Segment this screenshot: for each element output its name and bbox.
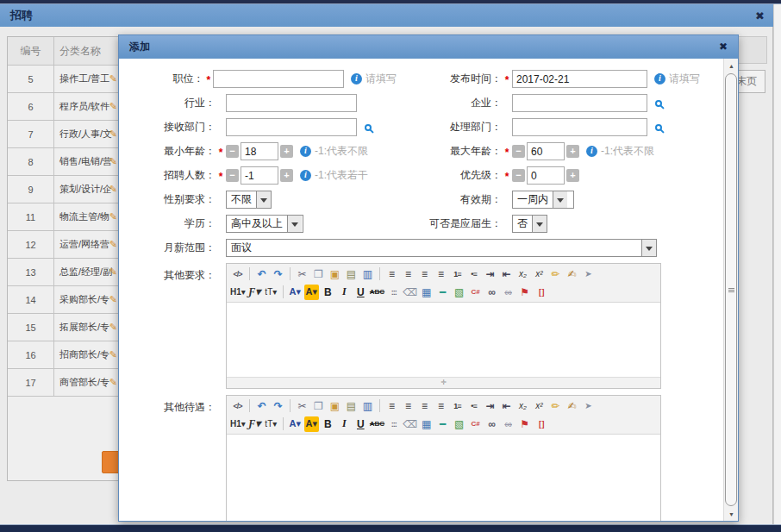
align-justify-button[interactable]: ≡ bbox=[434, 266, 448, 282]
paste-word-button[interactable]: ▥ bbox=[360, 398, 375, 414]
table-row[interactable]: 6程序员/软件✎ bbox=[8, 93, 118, 121]
plus-button[interactable]: + bbox=[566, 169, 579, 182]
line-height-button[interactable]: ::: bbox=[386, 416, 401, 432]
unordered-list-button[interactable]: •≡ bbox=[466, 266, 481, 282]
table-button[interactable]: ▦ bbox=[419, 416, 434, 432]
quick-format-button[interactable]: ✍ bbox=[565, 398, 579, 414]
unlink-button[interactable]: ∞ bbox=[501, 416, 515, 432]
horizontal-rule-button[interactable]: ━ bbox=[435, 416, 450, 432]
align-center-button[interactable]: ≡ bbox=[401, 398, 415, 414]
unlink-button[interactable]: ∞ bbox=[501, 285, 515, 300]
link-button[interactable]: ∞ bbox=[484, 285, 499, 300]
fullscreen-button[interactable]: [ ] bbox=[534, 416, 548, 432]
plus-button[interactable]: + bbox=[280, 145, 293, 158]
copy-button[interactable]: ❐ bbox=[311, 398, 326, 414]
superscript-button[interactable]: x² bbox=[532, 398, 547, 414]
table-row[interactable]: 17商管部长/专✎ bbox=[8, 369, 118, 397]
validity-select[interactable]: 一周内 bbox=[512, 191, 574, 209]
unordered-list-button[interactable]: •≡ bbox=[466, 398, 481, 414]
quick-format-button[interactable]: ✍ bbox=[565, 266, 579, 282]
other-benefits-textarea[interactable] bbox=[227, 435, 660, 521]
source-button[interactable]: </> bbox=[230, 398, 245, 414]
heading-button[interactable]: H1▾ bbox=[230, 416, 246, 432]
other-requirements-textarea[interactable] bbox=[227, 303, 660, 377]
edit-icon[interactable]: ✎ bbox=[109, 128, 117, 140]
font-family-button[interactable]: Ƒ▾ bbox=[247, 285, 262, 300]
minus-button[interactable]: − bbox=[512, 145, 525, 158]
eraser-button[interactable]: ⌫ bbox=[403, 285, 417, 300]
align-right-button[interactable]: ≡ bbox=[417, 266, 432, 282]
select-all-button[interactable]: ➤ bbox=[581, 398, 596, 414]
clear-format-button[interactable]: ✏ bbox=[548, 398, 563, 414]
clear-format-button[interactable]: ✏ bbox=[548, 266, 563, 282]
table-row[interactable]: 11物流主管/物✎ bbox=[8, 203, 118, 231]
paste-text-button[interactable]: ▤ bbox=[344, 398, 359, 414]
minus-button[interactable]: − bbox=[226, 169, 239, 182]
table-row[interactable]: 12运营/网络营✎ bbox=[8, 231, 118, 259]
outdent-button[interactable]: ⇤ bbox=[499, 398, 514, 414]
strikethrough-button[interactable]: ABC bbox=[370, 416, 384, 432]
strikethrough-button[interactable]: ABC bbox=[370, 285, 384, 300]
search-icon[interactable] bbox=[655, 124, 662, 131]
link-button[interactable]: ∞ bbox=[484, 416, 499, 432]
editor-resize-handle[interactable]: ✛ bbox=[227, 377, 660, 388]
table-row[interactable]: 9策划/设计/企✎ bbox=[8, 176, 118, 203]
chevron-down-icon[interactable] bbox=[287, 216, 302, 232]
receive-dept-input[interactable] bbox=[226, 118, 357, 136]
map-marker-button[interactable]: ⚑ bbox=[517, 416, 532, 432]
map-marker-button[interactable]: ⚑ bbox=[517, 285, 532, 300]
edit-icon[interactable]: ✎ bbox=[109, 211, 117, 222]
highlight-color-button[interactable]: A▾ bbox=[304, 416, 319, 432]
cut-button[interactable]: ✂ bbox=[295, 398, 309, 414]
redo-button[interactable]: ↷ bbox=[271, 266, 285, 282]
main-close-icon[interactable]: ✖ bbox=[755, 9, 765, 22]
highlight-color-button[interactable]: A▾ bbox=[304, 285, 319, 300]
font-size-button[interactable]: tT▾ bbox=[264, 285, 278, 300]
table-row[interactable]: 16招商部长/专✎ bbox=[8, 341, 118, 369]
select-all-button[interactable]: ➤ bbox=[581, 266, 596, 282]
underline-button[interactable]: U bbox=[353, 285, 368, 300]
subscript-button[interactable]: x₂ bbox=[515, 266, 530, 282]
table-row[interactable]: 5操作工/普工✎ bbox=[8, 66, 118, 93]
scrollbar-thumb[interactable] bbox=[725, 73, 737, 506]
edit-icon[interactable]: ✎ bbox=[109, 184, 117, 195]
italic-button[interactable]: I bbox=[337, 285, 352, 300]
chevron-down-icon[interactable] bbox=[553, 191, 567, 208]
underline-button[interactable]: U bbox=[353, 416, 368, 432]
redo-button[interactable]: ↷ bbox=[271, 398, 285, 414]
font-family-button[interactable]: Ƒ▾ bbox=[247, 416, 262, 432]
edit-icon[interactable]: ✎ bbox=[109, 294, 117, 305]
scroll-up-icon[interactable]: ▲ bbox=[724, 59, 738, 72]
salary-range-select[interactable]: 面议 bbox=[226, 239, 657, 257]
cut-button[interactable]: ✂ bbox=[295, 266, 309, 282]
gender-select[interactable]: 不限 bbox=[226, 191, 272, 209]
image-button[interactable]: ▧ bbox=[452, 416, 466, 432]
paste-text-button[interactable]: ▤ bbox=[344, 266, 359, 282]
table-row[interactable]: 14采购部长/专✎ bbox=[8, 286, 118, 314]
image-button[interactable]: ▧ bbox=[452, 285, 466, 300]
ordered-list-button[interactable]: 1≡ bbox=[450, 398, 465, 414]
edit-icon[interactable]: ✎ bbox=[109, 73, 117, 84]
eraser-button[interactable]: ⌫ bbox=[403, 416, 417, 432]
align-center-button[interactable]: ≡ bbox=[401, 266, 415, 282]
align-left-button[interactable]: ≡ bbox=[384, 266, 399, 282]
chevron-down-icon[interactable] bbox=[532, 216, 547, 232]
table-row[interactable]: 8销售/电销/营✎ bbox=[8, 148, 118, 176]
subscript-button[interactable]: x₂ bbox=[515, 398, 530, 414]
outdent-button[interactable]: ⇤ bbox=[499, 266, 514, 282]
paste-button[interactable]: ▣ bbox=[328, 398, 342, 414]
industry-input[interactable] bbox=[226, 94, 357, 112]
education-select[interactable]: 高中及以上 bbox=[226, 215, 303, 233]
chevron-down-icon[interactable] bbox=[256, 191, 271, 208]
scroll-down-icon[interactable]: ▼ bbox=[724, 507, 738, 521]
edit-icon[interactable]: ✎ bbox=[109, 266, 117, 278]
bold-button[interactable]: B bbox=[321, 416, 335, 432]
priority-input[interactable] bbox=[527, 166, 565, 185]
edit-icon[interactable]: ✎ bbox=[109, 156, 117, 167]
ordered-list-button[interactable]: 1≡ bbox=[450, 266, 465, 282]
font-size-button[interactable]: tT▾ bbox=[264, 416, 278, 432]
indent-button[interactable]: ⇥ bbox=[483, 266, 497, 282]
position-input[interactable] bbox=[213, 70, 344, 88]
min-age-input[interactable] bbox=[241, 142, 278, 160]
paste-word-button[interactable]: ▥ bbox=[360, 266, 375, 282]
